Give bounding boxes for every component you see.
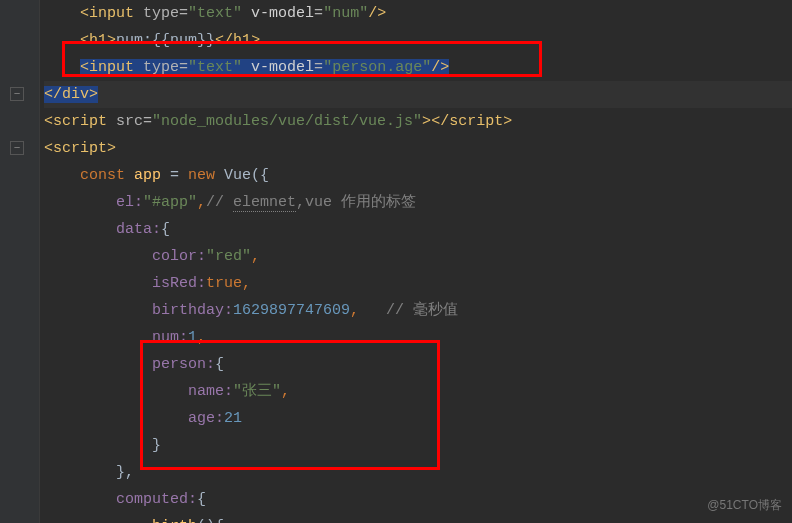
editor-gutter[interactable]: − − [0, 0, 40, 523]
code-line: <h1>num:{{num}}</h1> [44, 27, 792, 54]
fold-marker-icon[interactable]: − [10, 141, 24, 155]
fold-marker-icon[interactable]: − [10, 87, 24, 101]
code-line: name:"张三", [44, 378, 792, 405]
code-line: age:21 [44, 405, 792, 432]
code-line: const app = new Vue({ [44, 162, 792, 189]
code-editor-text[interactable]: <input type="text" v-model="num"/> <h1>n… [0, 0, 792, 523]
code-line: color:"red", [44, 243, 792, 270]
code-line: data:{ [44, 216, 792, 243]
code-line: computed:{ [44, 486, 792, 513]
code-line: <input type="text" v-model="person.age"/… [44, 54, 792, 81]
code-line: num:1, [44, 324, 792, 351]
code-line: person:{ [44, 351, 792, 378]
code-line: birthday:1629897747609, // 毫秒值 [44, 297, 792, 324]
watermark-text: @51CTO博客 [707, 495, 782, 517]
code-line: } [44, 432, 792, 459]
code-line: </div> [44, 81, 792, 108]
code-line: el:"#app",// elemnet,vue 作用的标签 [44, 189, 792, 216]
code-line: <script src="node_modules/vue/dist/vue.j… [44, 108, 792, 135]
code-line: birth(){ [44, 513, 792, 523]
code-line: isRed:true, [44, 270, 792, 297]
code-line: <input type="text" v-model="num"/> [44, 0, 792, 27]
code-line: }, [44, 459, 792, 486]
code-line: <script> [44, 135, 792, 162]
